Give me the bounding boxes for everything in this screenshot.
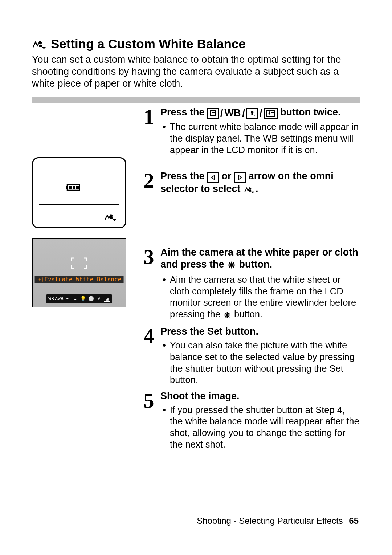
svg-rect-1 bbox=[39, 45, 42, 47]
right-arrow-icon bbox=[234, 172, 246, 183]
page-footer: Shooting - Selecting Particular Effects … bbox=[197, 516, 359, 526]
step-bullets: You can also take the picture with the w… bbox=[160, 340, 360, 385]
svg-rect-3 bbox=[66, 186, 67, 189]
step-bullets: The current white balance mode will appe… bbox=[160, 121, 360, 156]
step-lead: Aim the camera at the white paper or clo… bbox=[160, 247, 358, 270]
svg-point-0 bbox=[39, 41, 42, 44]
step-number: 2 bbox=[141, 170, 157, 189]
step-number: 3 bbox=[141, 246, 157, 266]
lcd-label: Evaluate White Balance bbox=[35, 276, 124, 283]
display-panel-figure bbox=[32, 157, 126, 228]
exposure-button-icon bbox=[207, 108, 219, 119]
evaluate-icon bbox=[37, 277, 43, 282]
svg-rect-14 bbox=[249, 190, 251, 192]
manual-page: Setting a Custom White Balance You can s… bbox=[0, 0, 392, 555]
asterisk-button-icon bbox=[228, 260, 236, 272]
left-arrow-icon bbox=[207, 172, 219, 183]
step-bullets: If you pressed the shutter button at Ste… bbox=[160, 404, 360, 450]
footer-section: Shooting - Selecting Particular Effects bbox=[197, 516, 343, 526]
step-1: 1 Press the / WB / bbox=[141, 106, 360, 156]
custom-wb-glyph-icon bbox=[104, 212, 117, 223]
step-number: 5 bbox=[141, 390, 157, 409]
step-3: 3 Aim the camera at the white paper or c… bbox=[141, 246, 360, 322]
section-title: Setting a Custom White Balance bbox=[32, 36, 360, 52]
flash-comp-button-icon bbox=[264, 108, 278, 119]
lcd-icon-bar: WB AWB ☀ ☁ 💡 ⚪ ⚡ ◪ bbox=[46, 294, 112, 303]
title-text: Setting a Custom White Balance bbox=[51, 36, 246, 52]
step-bullets: Aim the camera so that the white sheet o… bbox=[160, 274, 360, 321]
asterisk-button-icon bbox=[224, 310, 231, 322]
custom-wb-icon bbox=[32, 38, 46, 49]
svg-rect-5 bbox=[73, 186, 75, 189]
left-column: Evaluate White Balance WB AWB ☀ ☁ 💡 ⚪ ⚡ … bbox=[32, 106, 126, 307]
step-number: 4 bbox=[141, 326, 157, 345]
intro-paragraph: You can set a custom white balance to ob… bbox=[32, 54, 360, 90]
svg-rect-8 bbox=[110, 217, 113, 219]
step-4: 4 Press the Set button. You can also tak… bbox=[141, 326, 360, 386]
svg-rect-11 bbox=[252, 113, 253, 115]
right-column: 1 Press the / WB / bbox=[141, 106, 360, 454]
svg-point-13 bbox=[249, 188, 251, 190]
svg-rect-4 bbox=[69, 186, 72, 189]
lcd-preview-figure: Evaluate White Balance WB AWB ☀ ☁ 💡 ⚪ ⚡ … bbox=[32, 238, 126, 307]
step-lead: Press the or arrow on the omni selector … bbox=[160, 171, 334, 194]
svg-rect-6 bbox=[76, 186, 79, 189]
custom-wb-inline-icon bbox=[244, 184, 255, 196]
svg-point-10 bbox=[251, 111, 254, 114]
microphone-button-icon bbox=[246, 108, 258, 119]
step-lead: Press the / WB / / bbox=[160, 107, 341, 118]
divider-bar bbox=[32, 97, 360, 103]
step-number: 1 bbox=[141, 106, 157, 126]
step-lead: Shoot the image. bbox=[160, 391, 240, 401]
footer-page-number: 65 bbox=[349, 516, 359, 526]
battery-icon bbox=[66, 183, 82, 193]
step-lead: Press the Set button. bbox=[160, 326, 258, 337]
svg-point-7 bbox=[110, 215, 113, 217]
step-5: 5 Shoot the image. If you pressed the sh… bbox=[141, 390, 360, 451]
step-2: 2 Press the or arrow on the omni selecto… bbox=[141, 170, 360, 196]
